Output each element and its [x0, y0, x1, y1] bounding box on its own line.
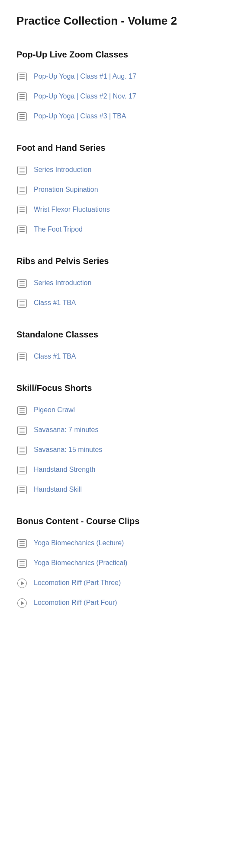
list-item-label: Locomotion Riff (Part Three) — [34, 578, 121, 588]
document-lines-icon — [17, 206, 27, 214]
document-lines-icon — [17, 226, 27, 234]
list-item[interactable]: Pop-Up Yoga | Class #1 | Aug. 17 — [16, 67, 219, 87]
list-item[interactable]: Handstand Strength — [16, 460, 219, 480]
list-item-label: Pop-Up Yoga | Class #1 | Aug. 17 — [34, 72, 136, 81]
list-item[interactable]: Yoga Biomechanics (Lecture) — [16, 534, 219, 553]
list-item-label: Pigeon Crawl — [34, 405, 75, 415]
list-item[interactable]: Locomotion Riff (Part Four) — [16, 593, 219, 613]
document-lines-icon — [17, 112, 27, 121]
document-lines-icon — [17, 466, 27, 474]
page-title: Practice Collection - Volume 2 — [16, 14, 219, 28]
list-item[interactable]: Series Introduction — [16, 160, 219, 180]
section-title-ribs-pelvis: Ribs and Pelvis Series — [16, 255, 219, 267]
list-item-label: Series Introduction — [34, 278, 91, 288]
list-item-label: Wrist Flexor Fluctuations — [34, 205, 110, 214]
document-lines-icon — [17, 299, 27, 308]
list-item[interactable]: Yoga Biomechanics (Practical) — [16, 553, 219, 573]
list-item-label: Savasana: 7 minutes — [34, 425, 98, 435]
document-lines-icon — [17, 279, 27, 288]
list-item[interactable]: Series Introduction — [16, 273, 219, 293]
list-item-label: Series Introduction — [34, 165, 91, 175]
list-item[interactable]: Pigeon Crawl — [16, 401, 219, 420]
document-lines-icon — [17, 426, 27, 435]
list-item[interactable]: Handstand Skill — [16, 480, 219, 500]
section-title-bonus-content: Bonus Content - Course Clips — [16, 515, 219, 527]
list-item[interactable]: Savasana: 7 minutes — [16, 420, 219, 440]
document-lines-icon — [17, 353, 27, 361]
section-popup-live: Pop-Up Live Zoom ClassesPop-Up Yoga | Cl… — [16, 49, 219, 127]
list-item-label: Class #1 TBA — [34, 298, 76, 308]
section-ribs-pelvis: Ribs and Pelvis SeriesSeries Introductio… — [16, 255, 219, 313]
list-item-label: Yoga Biomechanics (Practical) — [34, 558, 127, 568]
document-lines-icon — [17, 92, 27, 101]
section-title-foot-hand: Foot and Hand Series — [16, 142, 219, 153]
section-bonus-content: Bonus Content - Course ClipsYoga Biomech… — [16, 515, 219, 613]
list-item[interactable]: Locomotion Riff (Part Three) — [16, 573, 219, 593]
list-item-label: Pop-Up Yoga | Class #3 | TBA — [34, 111, 126, 121]
list-item-label: Pop-Up Yoga | Class #2 | Nov. 17 — [34, 92, 136, 101]
document-lines-icon — [17, 166, 27, 175]
document-lines-icon — [17, 559, 27, 568]
document-lines-icon — [17, 486, 27, 494]
list-item[interactable]: Wrist Flexor Fluctuations — [16, 200, 219, 220]
list-item-label: Savasana: 15 minutes — [34, 445, 102, 455]
list-item-label: The Foot Tripod — [34, 225, 83, 234]
section-skill-focus: Skill/Focus ShortsPigeon CrawlSavasana: … — [16, 382, 219, 500]
list-item[interactable]: Class #1 TBA — [16, 293, 219, 313]
section-title-popup-live: Pop-Up Live Zoom Classes — [16, 49, 219, 60]
section-title-skill-focus: Skill/Focus Shorts — [16, 382, 219, 394]
list-item-label: Locomotion Riff (Part Four) — [34, 598, 117, 607]
list-item[interactable]: Pronation Supination — [16, 180, 219, 200]
list-item[interactable]: Pop-Up Yoga | Class #2 | Nov. 17 — [16, 87, 219, 107]
document-lines-icon — [17, 446, 27, 455]
play-circle-icon — [17, 579, 27, 588]
list-item-label: Class #1 TBA — [34, 352, 76, 361]
document-lines-icon — [17, 539, 27, 548]
list-item[interactable]: Savasana: 15 minutes — [16, 440, 219, 460]
list-item-label: Yoga Biomechanics (Lecture) — [34, 538, 124, 548]
document-lines-icon — [17, 406, 27, 415]
document-lines-icon — [17, 186, 27, 194]
list-item[interactable]: Class #1 TBA — [16, 347, 219, 367]
play-circle-icon — [17, 598, 27, 608]
document-lines-icon — [17, 73, 27, 81]
section-title-standalone: Standalone Classes — [16, 329, 219, 340]
list-item[interactable]: The Foot Tripod — [16, 220, 219, 240]
list-item-label: Handstand Skill — [34, 485, 82, 494]
section-foot-hand: Foot and Hand SeriesSeries IntroductionP… — [16, 142, 219, 240]
list-item-label: Pronation Supination — [34, 185, 98, 194]
list-item-label: Handstand Strength — [34, 465, 95, 474]
section-standalone: Standalone ClassesClass #1 TBA — [16, 329, 219, 367]
list-item[interactable]: Pop-Up Yoga | Class #3 | TBA — [16, 107, 219, 127]
